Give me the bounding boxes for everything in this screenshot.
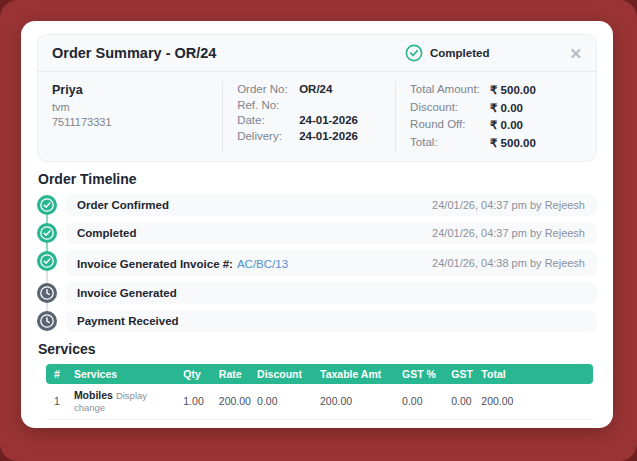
timeline-meta: 24/01/26, 04:38 pm by Rejeesh bbox=[432, 257, 585, 269]
services-table: # Services Qty Rate Discount Taxable Amt… bbox=[46, 364, 593, 420]
invoice-number-link[interactable]: AC/BC/13 bbox=[237, 258, 288, 270]
cell-gst-pct: 0.00 bbox=[396, 384, 445, 420]
ref-no-value bbox=[299, 99, 381, 111]
customer-info: Priya tvm 7511173331 bbox=[38, 81, 222, 152]
timeline-label: Invoice Generated Invoice #: bbox=[77, 258, 233, 270]
table-row: 1 Mobiles Display change 1.00 200.00 0.0… bbox=[46, 384, 593, 420]
order-info-row: Priya tvm 7511173331 Order No: OR/24 Ref… bbox=[38, 72, 596, 161]
clock-pending-icon bbox=[37, 283, 57, 303]
customer-location: tvm bbox=[52, 101, 208, 113]
col-qty: Qty bbox=[177, 364, 213, 384]
col-gst-pct: GST % bbox=[396, 364, 445, 384]
check-circle-icon bbox=[37, 195, 57, 215]
cell-qty: 1.00 bbox=[177, 384, 213, 420]
cell-discount: 0.00 bbox=[251, 384, 314, 420]
close-icon[interactable]: ✕ bbox=[569, 46, 582, 61]
round-off-value: ₹ 0.00 bbox=[490, 118, 582, 132]
modal-title: Order Summary - OR/24 bbox=[52, 45, 405, 61]
timeline-label: Invoice Generated bbox=[77, 287, 177, 299]
timeline-card: Completed 24/01/26, 04:37 pm by Rejeesh bbox=[65, 222, 597, 244]
order-totals: Total Amount: ₹ 500.00 Discount: ₹ 0.00 … bbox=[395, 81, 596, 152]
check-circle-icon bbox=[37, 251, 57, 271]
timeline-card: Payment Received bbox=[65, 310, 597, 332]
col-num: # bbox=[46, 364, 68, 384]
total-value: ₹ 500.00 bbox=[490, 136, 582, 150]
timeline-meta: 24/01/26, 04:37 pm by Rejeesh bbox=[432, 199, 585, 211]
cell-gst: 0.00 bbox=[445, 384, 475, 420]
col-rate: Rate bbox=[213, 364, 251, 384]
total-amount-value: ₹ 500.00 bbox=[490, 83, 582, 97]
timeline-label: Payment Received bbox=[77, 315, 179, 327]
timeline-label: Order Confirmed bbox=[77, 199, 169, 211]
discount-label: Discount: bbox=[410, 101, 490, 115]
order-header-panel: Order Summary - OR/24 Completed ✕ Priya … bbox=[37, 34, 597, 162]
timeline-item-order-confirmed: Order Confirmed 24/01/26, 04:37 pm by Re… bbox=[65, 194, 597, 216]
timeline-item-completed: Completed 24/01/26, 04:37 pm by Rejeesh bbox=[65, 222, 597, 244]
date-value: 24-01-2026 bbox=[299, 114, 381, 126]
status-badge-label: Completed bbox=[430, 47, 489, 59]
timeline-item-invoice-generated: Invoice Generated Invoice #:AC/BC/13 24/… bbox=[65, 250, 597, 276]
round-off-label: Round Off: bbox=[410, 118, 490, 132]
date-label: Date: bbox=[237, 114, 299, 126]
completed-check-icon bbox=[405, 44, 423, 62]
modal-title-row: Order Summary - OR/24 Completed ✕ bbox=[38, 35, 596, 72]
clock-pending-icon bbox=[37, 311, 57, 331]
col-discount: Discount bbox=[251, 364, 314, 384]
check-circle-icon bbox=[37, 223, 57, 243]
timeline-item-payment-received: Payment Received bbox=[65, 310, 597, 332]
status-badge: Completed bbox=[405, 44, 489, 62]
timeline-card: Invoice Generated Invoice #:AC/BC/13 24/… bbox=[65, 250, 597, 276]
timeline-card: Invoice Generated bbox=[65, 282, 597, 304]
timeline-label-group: Invoice Generated Invoice #:AC/BC/13 bbox=[77, 254, 288, 272]
col-gst: GST bbox=[445, 364, 475, 384]
cell-taxable: 200.00 bbox=[314, 384, 396, 420]
cell-item: Mobiles Display change bbox=[68, 384, 177, 420]
timeline-item-invoice-pending: Invoice Generated bbox=[65, 282, 597, 304]
cell-rate: 200.00 bbox=[213, 384, 251, 420]
services-table-wrap: # Services Qty Rate Discount Taxable Amt… bbox=[46, 364, 593, 420]
col-services: Services bbox=[68, 364, 177, 384]
timeline-heading: Order Timeline bbox=[38, 171, 597, 187]
order-details: Order No: OR/24 Ref. No: Date: 24-01-202… bbox=[222, 81, 395, 152]
order-no-label: Order No: bbox=[237, 83, 299, 95]
timeline-label: Completed bbox=[77, 227, 136, 239]
col-taxable-amt: Taxable Amt bbox=[314, 364, 396, 384]
delivery-value: 24-01-2026 bbox=[299, 130, 381, 142]
page-background: Order Summary - OR/24 Completed ✕ Priya … bbox=[0, 0, 637, 461]
timeline-card: Order Confirmed 24/01/26, 04:37 pm by Re… bbox=[65, 194, 597, 216]
services-heading: Services bbox=[38, 341, 597, 357]
ref-no-label: Ref. No: bbox=[237, 99, 299, 111]
order-summary-modal: Order Summary - OR/24 Completed ✕ Priya … bbox=[21, 21, 613, 428]
discount-value: ₹ 0.00 bbox=[490, 101, 582, 115]
item-name: Mobiles bbox=[74, 389, 113, 401]
order-no-value: OR/24 bbox=[299, 83, 381, 95]
col-total: Total bbox=[475, 364, 593, 384]
total-amount-label: Total Amount: bbox=[410, 83, 490, 97]
services-header-row: # Services Qty Rate Discount Taxable Amt… bbox=[46, 364, 593, 384]
customer-phone: 7511173331 bbox=[52, 116, 208, 128]
order-timeline: Order Confirmed 24/01/26, 04:37 pm by Re… bbox=[37, 194, 597, 332]
delivery-label: Delivery: bbox=[237, 130, 299, 142]
total-label: Total: bbox=[410, 136, 490, 150]
timeline-meta: 24/01/26, 04:37 pm by Rejeesh bbox=[432, 227, 585, 239]
customer-name: Priya bbox=[52, 83, 208, 97]
cell-total: 200.00 bbox=[475, 384, 593, 420]
cell-num: 1 bbox=[46, 384, 68, 420]
